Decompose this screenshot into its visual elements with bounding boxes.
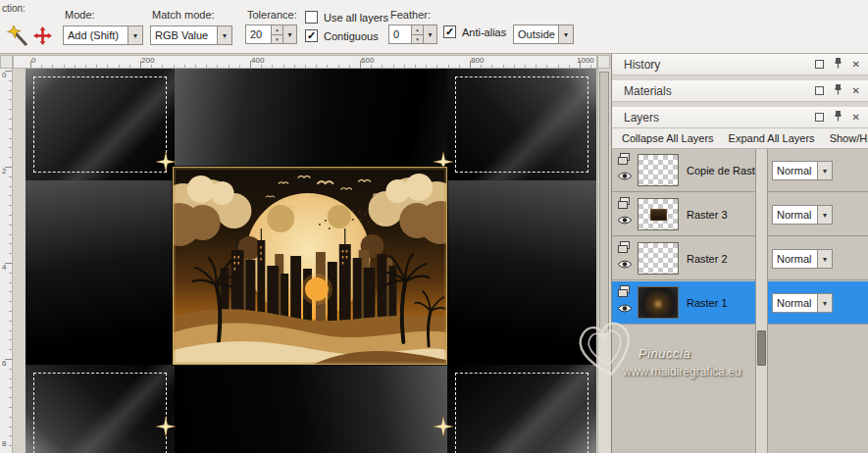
chevron-down-icon[interactable]: ▾ [217, 26, 231, 44]
layer-name[interactable]: Raster 1 [687, 281, 755, 325]
spin-up-icon[interactable]: ▴ [272, 25, 283, 35]
float-panel-icon[interactable] [815, 60, 824, 69]
layer-thumbnail[interactable] [638, 154, 679, 186]
layer-group-icon[interactable] [617, 153, 632, 168]
use-all-layers-checkbox[interactable]: Use all layers [305, 11, 388, 24]
contiguous-checkbox[interactable]: ✓ Contiguous [305, 29, 379, 42]
contiguous-label: Contiguous [324, 30, 379, 42]
anti-alias-checkbox[interactable]: ✓ Anti-alias [443, 25, 506, 38]
mode-dropdown[interactable]: Add (Shift) ▾ [63, 25, 143, 45]
chevron-down-icon[interactable]: ▾ [817, 206, 832, 224]
visibility-eye-icon[interactable] [617, 215, 633, 227]
canvas-band-right [447, 180, 596, 365]
close-icon[interactable]: ✕ [852, 86, 860, 96]
close-icon[interactable]: ✕ [852, 60, 860, 70]
move-crosshair-icon[interactable] [33, 26, 52, 47]
layer-name[interactable]: Copie de Raster 2 [687, 149, 755, 192]
chevron-down-icon[interactable]: ▾ [817, 162, 832, 179]
layer-thumbnail[interactable] [638, 286, 679, 319]
ruler-tick-label: 6 [2, 359, 6, 368]
canvas-corner-tl [26, 69, 175, 180]
pin-icon[interactable] [834, 57, 842, 72]
chevron-down-icon[interactable]: ▾ [558, 25, 573, 43]
artwork-image [173, 167, 447, 365]
selection-marquee [33, 373, 167, 453]
slider-dropdown-icon[interactable]: ▾ [283, 25, 297, 44]
canvas-vertical-scrollbar[interactable] [597, 69, 610, 453]
layer-row-raster-1-selected[interactable]: Raster 1 Normal ▾ [612, 281, 868, 325]
layer-thumbnail[interactable] [638, 198, 679, 230]
pin-icon[interactable] [834, 110, 842, 125]
layers-panel-header: Layers ✕ [611, 107, 868, 128]
layers-palette-toolbar: Collapse All Layers Expand All Layers Sh… [611, 128, 868, 149]
scrollbar-thumb[interactable] [599, 72, 609, 332]
layer-row-copie-de-raster-2[interactable]: Copie de Raster 2 Normal ▾ [612, 149, 868, 192]
feather-label: Feather: [390, 9, 431, 21]
scrollbar-corner [597, 55, 610, 69]
thumbnail-content [650, 209, 667, 221]
layer-name[interactable]: Raster 2 [687, 237, 755, 280]
collapse-all-layers-link[interactable]: Collapse All Layers [622, 132, 714, 144]
use-all-layers-label: Use all layers [324, 12, 388, 24]
layer-group-icon[interactable] [617, 197, 632, 212]
ruler-tick-label: 1000 [577, 56, 594, 65]
magic-wand-tool-icon[interactable] [6, 24, 29, 49]
ruler-tick-label: 200 [141, 56, 154, 65]
canvas-band-top [175, 69, 447, 180]
selection-marquee [33, 76, 167, 173]
feather-spinner[interactable]: 0 ▴ ▾ ▾ [388, 25, 437, 44]
layer-group-icon[interactable] [617, 285, 632, 300]
canvas-corner-br [447, 365, 596, 453]
panel-title: History [624, 58, 660, 72]
match-mode-dropdown[interactable]: RGB Value ▾ [150, 25, 232, 45]
antialias-type-dropdown[interactable]: Outside ▾ [513, 25, 574, 44]
ruler-tick-label: 4 [2, 263, 6, 272]
visibility-eye-icon[interactable] [617, 303, 633, 316]
checkbox-box[interactable]: ✓ [305, 29, 318, 42]
float-panel-icon[interactable] [815, 86, 824, 95]
blend-mode-dropdown[interactable]: Normal ▾ [772, 161, 833, 180]
ruler-tick-label: 2 [2, 167, 6, 176]
chevron-down-icon[interactable]: ▾ [817, 250, 832, 268]
selection-marquee [455, 76, 588, 173]
chevron-down-icon[interactable]: ▾ [128, 26, 142, 44]
visibility-eye-icon[interactable] [617, 171, 633, 183]
spin-down-icon[interactable]: ▾ [412, 35, 424, 45]
blend-mode-dropdown[interactable]: Normal ▾ [772, 293, 833, 313]
blend-mode-dropdown[interactable]: Normal ▾ [772, 249, 833, 269]
chevron-down-icon[interactable]: ▾ [817, 294, 832, 312]
ruler-corner [0, 55, 13, 69]
checkbox-box[interactable] [305, 11, 318, 24]
spin-down-icon[interactable]: ▾ [272, 35, 283, 45]
pin-icon[interactable] [834, 83, 842, 98]
float-panel-icon[interactable] [815, 113, 824, 122]
show-hide-link[interactable]: Show/Hi [830, 132, 868, 144]
cropped-toolbar-label: ction: [2, 3, 26, 14]
mode-label: Mode: [65, 9, 95, 21]
layers-palette-scrollbar[interactable] [755, 149, 768, 453]
slider-dropdown-icon[interactable]: ▾ [424, 25, 437, 44]
canvas-band-left [26, 180, 175, 365]
layers-list: Copie de Raster 2 Normal ▾ Raster 3 Norm… [611, 149, 868, 453]
blend-mode-dropdown[interactable]: Normal ▾ [772, 205, 833, 225]
tolerance-input[interactable]: 20 [245, 25, 272, 44]
canvas[interactable] [26, 69, 596, 453]
scrollbar-thumb[interactable] [757, 330, 766, 366]
layer-row-raster-2[interactable]: Raster 2 Normal ▾ [612, 237, 868, 280]
ruler-tick-label: 0 [2, 71, 6, 79]
layer-group-icon[interactable] [617, 241, 632, 256]
spin-up-icon[interactable]: ▴ [412, 25, 424, 35]
horizontal-ruler [13, 55, 597, 69]
layer-thumbnail[interactable] [638, 242, 679, 275]
canvas-corner-tr [447, 69, 596, 180]
checkbox-box[interactable]: ✓ [443, 25, 456, 38]
tolerance-spinner[interactable]: 20 ▴ ▾ ▾ [245, 25, 297, 44]
app-window: ction: Mode: Add (Shift) ▾ Match mode: R… [0, 0, 868, 453]
layer-row-raster-3[interactable]: Raster 3 Normal ▾ [612, 193, 868, 236]
close-icon[interactable]: ✕ [852, 113, 860, 123]
city-artwork-svg [174, 168, 446, 364]
expand-all-layers-link[interactable]: Expand All Layers [729, 132, 815, 144]
visibility-eye-icon[interactable] [617, 259, 633, 272]
layer-name[interactable]: Raster 3 [687, 193, 755, 236]
feather-input[interactable]: 0 [388, 25, 412, 44]
